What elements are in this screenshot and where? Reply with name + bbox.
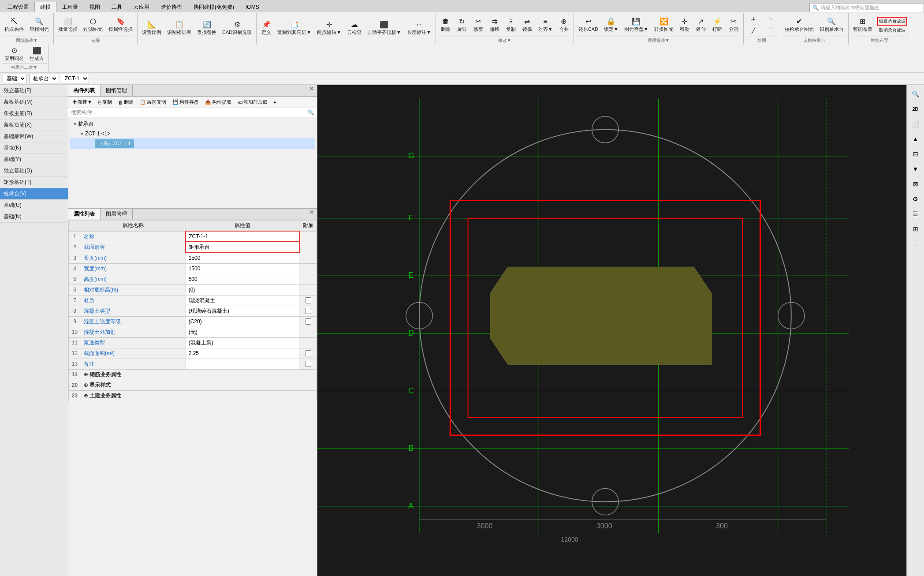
btn-lock[interactable]: 🔒锁定▼: [601, 16, 621, 34]
btn-layer-copy[interactable]: 📋 层间复制: [137, 98, 169, 106]
sidebar-item-jichubandaiW[interactable]: 基础板带(W): [0, 131, 68, 142]
tab-jianmo[interactable]: 建模: [34, 2, 56, 12]
prop-value-4[interactable]: 1500: [186, 263, 299, 274]
sidebar-item-tiaobanjichuM[interactable]: 条板基础(M): [0, 97, 68, 108]
sidebar-item-dulijichuF[interactable]: 独立基础(F): [0, 85, 68, 97]
btn-arc1[interactable]: ⌒: [762, 26, 778, 36]
btn-copy-comp[interactable]: ⎘ 复制: [96, 98, 115, 106]
type-select[interactable]: ZCT-1: [61, 74, 89, 83]
prop-section-reinforcement-label[interactable]: ⊕ 钢筋业务属性: [81, 369, 299, 380]
btn-rotate[interactable]: ↻旋转: [454, 16, 470, 34]
sidebar-item-tiaobanfujinX[interactable]: 条板负筋(X): [0, 120, 68, 131]
tab-gongju[interactable]: 工具: [106, 2, 128, 12]
sidebar-item-tiaobanzhujinR[interactable]: 条板主筋(R): [0, 108, 68, 120]
tree-node-zct1-1[interactable]: （底）ZCT-1-1: [70, 138, 315, 149]
btn-list[interactable]: ☰: [909, 207, 923, 221]
btn-mirror[interactable]: ⇌镜像: [519, 16, 535, 34]
prop-value-3[interactable]: 1500: [186, 253, 299, 263]
btn-delete[interactable]: 🗑删除: [438, 17, 454, 34]
btn-move[interactable]: ✛移动: [677, 16, 693, 34]
prop-value-13[interactable]: [186, 359, 299, 369]
btn-set-slope[interactable]: 设置承台放坡: [876, 16, 909, 26]
sidebar-item-jichuU[interactable]: 基础(U): [0, 200, 68, 211]
cad-viewport[interactable]: G F E D C B A 3000 3000 300 12000: [317, 85, 906, 576]
btn-cancel-slope[interactable]: 取消承台放坡: [876, 27, 909, 34]
btn-restore-cad[interactable]: ↩还原CAD: [576, 16, 601, 34]
btn-auto-align[interactable]: ⬛自动平齐顶板▼: [365, 19, 404, 37]
prop-value-12[interactable]: 2.25: [186, 348, 299, 359]
prop-value-11[interactable]: (混凝土泵): [186, 337, 299, 348]
top-search-bar[interactable]: 🔍 请输入功能名称或问题描述: [809, 3, 924, 12]
btn-batch-select[interactable]: ⬜批量选择: [56, 16, 80, 34]
prop-value-7[interactable]: 现浇混凝土: [186, 295, 299, 306]
btn-check-platform[interactable]: ✔校检承台图元: [782, 16, 816, 34]
btn-smart-place[interactable]: ⊞智能布置: [850, 16, 875, 34]
prop-checkbox-8[interactable]: [305, 308, 311, 314]
btn-extract-comp[interactable]: 📤 构件提取: [202, 98, 234, 106]
prop-value-1[interactable]: ZCT-1-1: [186, 231, 299, 242]
prop-checkbox-13[interactable]: [305, 361, 311, 367]
btn-save-comp[interactable]: 💾 构件存盘: [170, 98, 201, 106]
btn-elem-disk[interactable]: 💾图元存盘▼: [622, 16, 651, 34]
sidebar-item-juxingjichuT[interactable]: 矩形基础(T): [0, 177, 68, 188]
component-search-input[interactable]: [71, 109, 308, 116]
btn-copy[interactable]: ⎘复制: [503, 17, 519, 34]
btn-offset[interactable]: ⇉偏移: [487, 16, 503, 34]
tab-xietong[interactable]: 协同建模(免免费): [188, 2, 240, 12]
btn-break[interactable]: ⚡打断: [709, 16, 725, 34]
btn-identify-platform[interactable]: 🔍识别桩承台: [817, 16, 846, 34]
component-select[interactable]: 桩承台: [29, 74, 58, 83]
btn-extend[interactable]: ↗延伸: [693, 16, 709, 34]
btn-delete-comp[interactable]: 🗑 删除: [116, 98, 136, 106]
props-panel-close[interactable]: ✕: [306, 209, 317, 220]
btn-minus-panel[interactable]: −: [909, 237, 923, 251]
btn-trim[interactable]: ✂修剪: [470, 16, 486, 34]
tree-node-zct1[interactable]: ▼ ZCT-1 <1>: [70, 129, 315, 138]
btn-cloud-check[interactable]: ☁云检查: [344, 19, 364, 37]
prop-value-5[interactable]: 500: [186, 274, 299, 284]
btn-set-scale[interactable]: 📐设置比例: [139, 19, 164, 37]
btn-more-comp[interactable]: ▸: [271, 98, 279, 106]
tab-drawing-manage[interactable]: 图纸管理: [101, 85, 133, 96]
tab-zaojia[interactable]: 造价协作: [155, 2, 188, 12]
btn-settings-gear[interactable]: ⚙: [909, 192, 923, 206]
prop-value-8[interactable]: (现浇碎石混凝土): [186, 306, 299, 316]
sidebar-item-jikengK[interactable]: 基坑(K): [0, 142, 68, 154]
btn-identify-floor[interactable]: 📋识别楼层表: [164, 19, 194, 37]
prop-section-display-label[interactable]: ⊕ 显示样式: [81, 380, 299, 390]
tab-props-list[interactable]: 属性列表: [68, 209, 101, 220]
component-panel-close[interactable]: ✕: [306, 85, 317, 96]
btn-add-prefix[interactable]: 🏷 添加前后缀: [235, 98, 270, 106]
btn-pick[interactable]: ⛏拾取构件: [2, 17, 26, 34]
tab-gongchengliang[interactable]: 工程量: [56, 2, 84, 12]
btn-length-dim[interactable]: ↔长度标注▼: [404, 20, 434, 37]
btn-expand[interactable]: ⊞: [909, 222, 923, 236]
tab-yunyingyong[interactable]: 云应用: [128, 2, 155, 12]
sidebar-item-jichuY[interactable]: 基础(Y): [0, 154, 68, 165]
tab-component-list[interactable]: 构件列表: [68, 85, 101, 96]
prop-section-civil-label[interactable]: ⊕ 土建业务属性: [81, 390, 299, 401]
btn-find[interactable]: 🔍查找图元: [27, 16, 52, 34]
tree-root[interactable]: ▼ 桩承台: [70, 119, 315, 129]
btn-attr-select[interactable]: 🔖按属性选择: [106, 16, 135, 34]
btn-chevron-down[interactable]: ▼: [909, 162, 923, 176]
btn-two-axis[interactable]: ✛两点辅轴▼: [314, 19, 344, 37]
btn-crop[interactable]: ⊠: [909, 177, 923, 191]
prop-value-9[interactable]: (C20): [186, 316, 299, 327]
btn-find-replace[interactable]: 🔄查找替换: [194, 19, 219, 37]
btn-circle1[interactable]: ○: [762, 14, 778, 25]
btn-rect-select[interactable]: ⬜: [909, 117, 923, 131]
btn-layers[interactable]: ⊟: [909, 147, 923, 161]
sidebar-item-dulijichuD[interactable]: 独立基础(D): [0, 165, 68, 177]
btn-align[interactable]: ≡对齐▼: [536, 17, 555, 34]
btn-generate-square[interactable]: ⬛生成方: [27, 45, 47, 63]
btn-copy-to-layer[interactable]: 📑复制到其它层▼: [275, 19, 314, 37]
btn-merge[interactable]: ⊕合并: [556, 16, 572, 34]
btn-define[interactable]: 📌定义: [258, 19, 274, 37]
prop-checkbox-7[interactable]: [305, 297, 311, 303]
tab-layer-manage[interactable]: 图层管理: [101, 209, 133, 220]
btn-split[interactable]: ✂分割: [726, 16, 741, 34]
tab-igms[interactable]: IGMS: [240, 2, 265, 12]
floor-select[interactable]: 基础: [3, 74, 26, 83]
prop-checkbox-9[interactable]: [305, 318, 311, 325]
